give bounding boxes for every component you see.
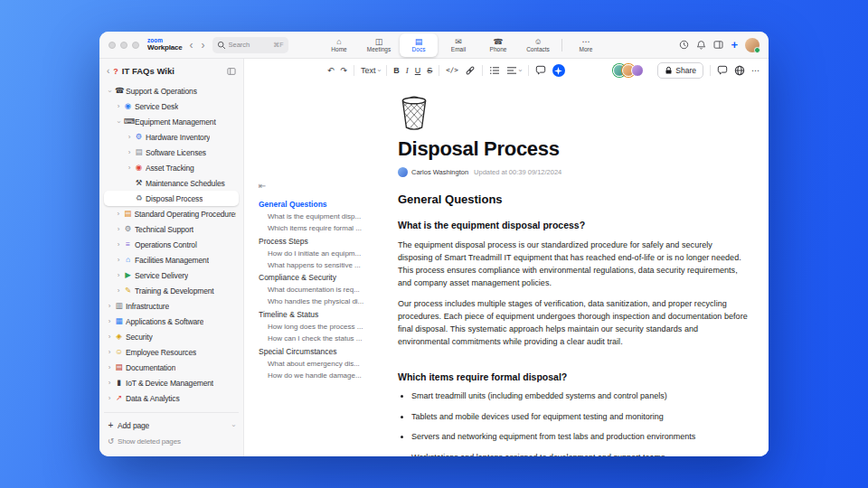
code-button[interactable]: </> xyxy=(446,67,458,74)
notifications-bell-icon[interactable] xyxy=(696,40,706,50)
global-search[interactable]: ⌘F xyxy=(212,37,288,53)
sidebar-item-service-delivery[interactable]: › ▶ Service Delivery xyxy=(104,267,239,283)
sidebar-item-iot-device-management[interactable]: › ▮ IoT & Device Management xyxy=(104,375,239,390)
chevron-right-icon[interactable]: › xyxy=(116,287,121,295)
author-avatar[interactable] xyxy=(398,167,408,177)
ai-companion-button[interactable] xyxy=(552,64,565,77)
sidebar-item-facilities-management[interactable]: › ⌂ Facilities Management xyxy=(104,252,239,267)
chevron-right-icon[interactable]: › xyxy=(116,226,121,233)
sidebar-item-operations-control[interactable]: › ≡ Operations Control xyxy=(104,237,239,252)
chevron-down-icon[interactable]: › xyxy=(106,89,113,94)
chevron-right-icon[interactable]: › xyxy=(116,211,121,218)
sidebar-item-service-desk[interactable]: › ◉ Service Desk xyxy=(104,99,239,114)
new-plus-button[interactable]: + xyxy=(731,39,738,51)
sidebar-back-icon[interactable]: ‹ xyxy=(107,67,109,76)
sidebar-item-employee-resources[interactable]: › ☺ Employee Resources xyxy=(104,344,239,360)
collaborator-avatar[interactable] xyxy=(631,64,644,77)
search-input[interactable] xyxy=(229,41,267,49)
nav-phone[interactable]: ☎ Phone xyxy=(479,33,517,57)
sidebar-item-disposal-process[interactable]: › ♻ Disposal Process xyxy=(104,191,239,206)
underline-button[interactable]: U xyxy=(415,67,421,75)
nav-meetings[interactable]: ◫ Meetings xyxy=(360,33,398,57)
outline-item[interactable]: How do I initiate an equipm... xyxy=(259,248,387,259)
outline-section-timeline-status[interactable]: Timeline & Status xyxy=(259,308,387,322)
user-avatar[interactable] xyxy=(745,38,760,52)
undo-button[interactable]: ↶ xyxy=(327,67,335,75)
outline-item[interactable]: What documentation is req... xyxy=(259,285,387,296)
paragraph[interactable]: Our process includes multiple stages of … xyxy=(398,297,749,348)
outline-item[interactable]: What about emergency dis... xyxy=(259,358,387,370)
page-title[interactable]: Disposal Process xyxy=(398,137,749,161)
minimize-window-button[interactable] xyxy=(120,42,127,49)
bullet-item[interactable]: Smart treadmill units (including embedde… xyxy=(411,391,749,402)
bold-button[interactable]: B xyxy=(393,67,400,75)
chevron-right-icon[interactable]: › xyxy=(107,395,112,402)
wiki-title[interactable]: IT FAQs Wiki xyxy=(122,66,175,76)
chevron-right-icon[interactable]: › xyxy=(107,303,112,310)
sidebar-item-hardware-inventory[interactable]: › ⚙ Hardware Inventory xyxy=(104,129,239,145)
sidebar-item-equipment-management[interactable]: › ⌨ Equipment Management xyxy=(104,114,239,129)
chevron-right-icon[interactable]: › xyxy=(107,380,112,387)
nav-email[interactable]: ✉ Email xyxy=(439,33,477,57)
italic-button[interactable]: I xyxy=(406,67,409,75)
sidebar-item-infrastructure[interactable]: › ▥ Infrastructure xyxy=(104,298,239,314)
outline-item[interactable]: What is the equipment disp... xyxy=(259,211,387,223)
chevron-right-icon[interactable]: › xyxy=(116,241,121,249)
trash-can-icon[interactable] xyxy=(398,93,749,131)
outline-item[interactable]: Which items require formal ... xyxy=(259,223,387,235)
question-heading[interactable]: Which items require formal disposal? xyxy=(398,371,749,382)
outline-section-general-questions[interactable]: General Questions xyxy=(259,198,387,211)
history-clock-icon[interactable] xyxy=(679,40,689,50)
nav-contacts[interactable]: ☺ Contacts xyxy=(519,33,557,57)
nav-docs[interactable]: ▤ Docs xyxy=(400,33,438,57)
show-deleted-pages-button[interactable]: ↺ Show deleted pages xyxy=(104,434,239,449)
bullet-item[interactable]: Servers and networking equipment from te… xyxy=(411,432,749,443)
chevron-down-icon[interactable]: › xyxy=(230,423,237,428)
sidebar-item-software-licenses[interactable]: › ▤ Software Licenses xyxy=(104,145,239,160)
chevron-right-icon[interactable]: › xyxy=(127,134,132,141)
outline-section-compliance-security[interactable]: Compliance & Security xyxy=(259,271,387,285)
side-panel-icon[interactable] xyxy=(713,40,723,50)
comment-button[interactable] xyxy=(535,65,546,76)
nav-home[interactable]: ⌂ Home xyxy=(320,33,358,57)
comments-panel-button[interactable] xyxy=(717,65,728,76)
chevron-right-icon[interactable]: › xyxy=(116,272,121,279)
outline-section-process-steps[interactable]: Process Steps xyxy=(259,235,387,249)
chevron-right-icon[interactable]: › xyxy=(107,318,112,325)
sidebar-item-applications-software[interactable]: › ▦ Applications & Software xyxy=(104,314,239,329)
text-style-dropdown[interactable]: Text › xyxy=(361,67,380,75)
sidebar-item-documentation[interactable]: › ▤ Documentation xyxy=(104,360,239,375)
redo-button[interactable]: ↷ xyxy=(341,67,348,75)
bullet-item[interactable]: Tablets and mobile devices used for equi… xyxy=(411,412,749,423)
sidebar-item-technical-support[interactable]: › ⚙ Technical Support xyxy=(104,221,239,237)
bullet-item[interactable]: Workstations and laptops assigned to dev… xyxy=(411,453,749,456)
paragraph[interactable]: The equipment disposal process is our st… xyxy=(398,239,749,289)
sidebar-item-standard-operating-procedures[interactable]: › ▤ Standard Operating Procedures xyxy=(104,206,239,221)
bullet-list-button[interactable] xyxy=(489,65,500,76)
chevron-right-icon[interactable]: › xyxy=(107,349,112,356)
chevron-right-icon[interactable]: › xyxy=(107,364,112,371)
close-window-button[interactable] xyxy=(108,42,116,49)
maximize-window-button[interactable] xyxy=(132,42,139,49)
outline-item[interactable]: How can I check the status ... xyxy=(259,333,387,345)
sidebar-item-asset-tracking[interactable]: › ◉ Asset Tracking xyxy=(104,160,239,175)
chevron-right-icon[interactable]: › xyxy=(127,164,132,172)
sidebar-item-security[interactable]: › ◈ Security xyxy=(104,329,239,344)
chevron-down-icon[interactable]: › xyxy=(115,119,122,125)
chevron-right-icon[interactable]: › xyxy=(116,103,121,110)
collapse-outline-icon[interactable]: ⇤ xyxy=(259,182,266,191)
nav-more[interactable]: ⋯ More xyxy=(567,33,605,57)
align-dropdown[interactable]: › xyxy=(506,65,522,76)
section-heading[interactable]: General Questions xyxy=(398,192,749,206)
share-button[interactable]: Share xyxy=(657,62,703,79)
sidebar-item-data-analytics[interactable]: › ↗ Data & Analytics xyxy=(104,390,239,406)
sidebar-item-training-development[interactable]: › ✎ Training & Development xyxy=(104,283,239,298)
chevron-right-icon[interactable]: › xyxy=(107,333,112,341)
forward-button[interactable]: › xyxy=(201,40,206,51)
sidebar-item-support-operations[interactable]: › ☎ Support & Operations xyxy=(104,83,239,99)
chevron-right-icon[interactable]: › xyxy=(116,257,121,264)
outline-item[interactable]: Who handles the physical di... xyxy=(259,296,387,308)
collapse-sidebar-icon[interactable] xyxy=(227,67,236,76)
outline-item[interactable]: How do we handle damage... xyxy=(259,370,387,381)
strikethrough-button[interactable]: S xyxy=(427,67,432,75)
